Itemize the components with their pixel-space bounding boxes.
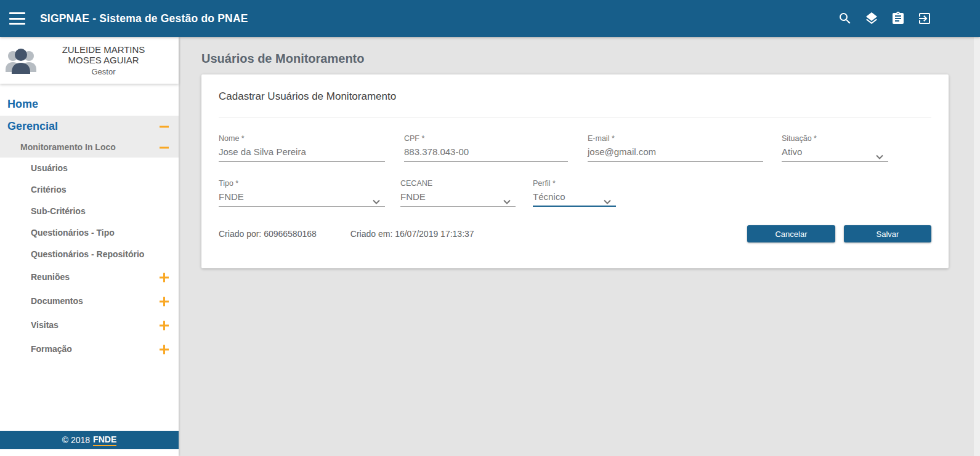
logout-icon[interactable] [917, 11, 932, 26]
form-row-2: Tipo * FNDE CECANE FNDE Perfil * Técnico [219, 179, 931, 207]
sidebar-item-label: Documentos [31, 296, 83, 306]
user-name-line2: MOSES AGUIAR [37, 55, 170, 65]
expand-icon[interactable] [160, 321, 169, 330]
card-title: Cadastrar Usuários de Monitoramento [219, 90, 931, 103]
topbar: SIGPNAE - Sistema de Gestão do PNAE [0, 0, 980, 37]
assignment-icon[interactable] [891, 11, 905, 26]
scrollbar-track[interactable] [974, 37, 980, 456]
sidebar-item-label: Monitoramento In Loco [20, 142, 116, 152]
sidebar-item-usuarios[interactable]: Usuários [0, 158, 179, 179]
expand-icon[interactable] [160, 273, 169, 282]
copyright-text: © 2018 [62, 435, 90, 445]
collapse-icon[interactable] [160, 143, 169, 152]
record-meta: Criado por: 60966580168 Criado em: 16/07… [219, 229, 474, 239]
sidebar-item-visitas[interactable]: Visitas [0, 313, 179, 337]
search-icon[interactable] [838, 11, 852, 26]
sidebar-item-formacao[interactable]: Formação [0, 337, 179, 361]
sidebar-item-criterios[interactable]: Critérios [0, 179, 179, 201]
sidebar-item-label: Formação [31, 344, 72, 354]
cecane-label: CECANE [400, 179, 516, 188]
sidebar-item-monitoramento-in-loco[interactable]: Monitoramento In Loco [0, 137, 179, 158]
main-content: Usuários de Monitoramento Cadastrar Usuá… [179, 37, 980, 456]
tipo-value[interactable]: FNDE [219, 191, 385, 207]
card-bottom-row: Criado por: 60966580168 Criado em: 16/07… [219, 225, 931, 242]
expand-icon[interactable] [160, 345, 169, 354]
sidebar-menu: Home Gerencial Monitoramento In Loco Usu… [0, 84, 179, 361]
email-label: E-mail * [588, 134, 763, 143]
register-user-card: Cadastrar Usuários de Monitoramento Nome… [201, 74, 949, 268]
cpf-label: CPF * [404, 134, 568, 143]
email-input[interactable]: jose@gmail.com [588, 146, 763, 162]
cancel-button[interactable]: Cancelar [747, 225, 835, 242]
fnde-link[interactable]: FNDE [93, 434, 116, 446]
cecane-value[interactable]: FNDE [400, 191, 516, 207]
chevron-down-icon[interactable] [876, 151, 883, 156]
menu-icon[interactable] [9, 12, 25, 25]
divider [219, 118, 931, 118]
page-title: Usuários de Monitoramento [201, 52, 980, 66]
sidebar-footer: © 2018 FNDE [0, 431, 179, 449]
app-title: SIGPNAE - Sistema de Gestão do PNAE [40, 12, 248, 25]
user-group-avatar-icon [5, 46, 37, 74]
collapse-icon[interactable] [160, 122, 169, 131]
action-buttons: Cancelar Salvar [747, 225, 931, 242]
expand-icon[interactable] [160, 297, 169, 306]
sidebar-item-questionarios-tipo[interactable]: Questionários - Tipo [0, 222, 179, 244]
user-role: Gestor [37, 67, 170, 76]
chevron-down-icon[interactable] [373, 196, 380, 201]
sidebar: ZULEIDE MARTINS MOSES AGUIAR Gestor Home… [0, 37, 179, 456]
cpf-input[interactable]: 883.378.043-00 [404, 146, 568, 162]
sidebar-item-reunioes[interactable]: Reuniões [0, 265, 179, 289]
topbar-icons [838, 11, 932, 26]
save-button[interactable]: Salvar [844, 225, 931, 242]
sidebar-item-label: Visitas [31, 320, 59, 330]
sidebar-item-home[interactable]: Home [0, 92, 179, 116]
nome-label: Nome * [219, 134, 385, 143]
sidebar-item-gerencial[interactable]: Gerencial [0, 116, 179, 137]
perfil-select[interactable]: Perfil * Técnico [533, 179, 616, 207]
email-field[interactable]: E-mail * jose@gmail.com [588, 134, 763, 162]
cecane-select[interactable]: CECANE FNDE [400, 179, 516, 207]
sidebar-item-label: Reuniões [31, 272, 70, 282]
perfil-label: Perfil * [533, 179, 616, 188]
profile-text: ZULEIDE MARTINS MOSES AGUIAR Gestor [37, 44, 179, 76]
nome-input[interactable]: Jose da Silva Pereira [219, 146, 385, 162]
tipo-label: Tipo * [219, 179, 385, 188]
created-at-text: Criado em: 16/07/2019 17:13:37 [350, 229, 474, 239]
sidebar-group-gerencial: Gerencial Monitoramento In Loco [0, 116, 179, 158]
tipo-select[interactable]: Tipo * FNDE [219, 179, 385, 207]
nome-field[interactable]: Nome * Jose da Silva Pereira [219, 134, 385, 162]
sidebar-item-questionarios-repositorio[interactable]: Questionários - Repositório [0, 244, 179, 265]
situacao-value[interactable]: Ativo [782, 146, 888, 162]
form-row-1: Nome * Jose da Silva Pereira CPF * 883.3… [219, 134, 931, 162]
sidebar-item-sub-criterios[interactable]: Sub-Critérios [0, 201, 179, 222]
user-profile: ZULEIDE MARTINS MOSES AGUIAR Gestor [0, 37, 179, 84]
created-by-text: Criado por: 60966580168 [219, 229, 317, 239]
chevron-down-icon[interactable] [503, 196, 511, 201]
layers-icon[interactable] [864, 11, 879, 26]
situacao-label: Situação * [782, 134, 888, 143]
situacao-select[interactable]: Situação * Ativo [782, 134, 888, 162]
sidebar-item-documentos[interactable]: Documentos [0, 289, 179, 313]
user-name-line1: ZULEIDE MARTINS [37, 44, 170, 55]
sidebar-item-label: Gerencial [7, 120, 58, 132]
cpf-field[interactable]: CPF * 883.378.043-00 [404, 134, 568, 162]
chevron-down-icon[interactable] [604, 196, 611, 201]
